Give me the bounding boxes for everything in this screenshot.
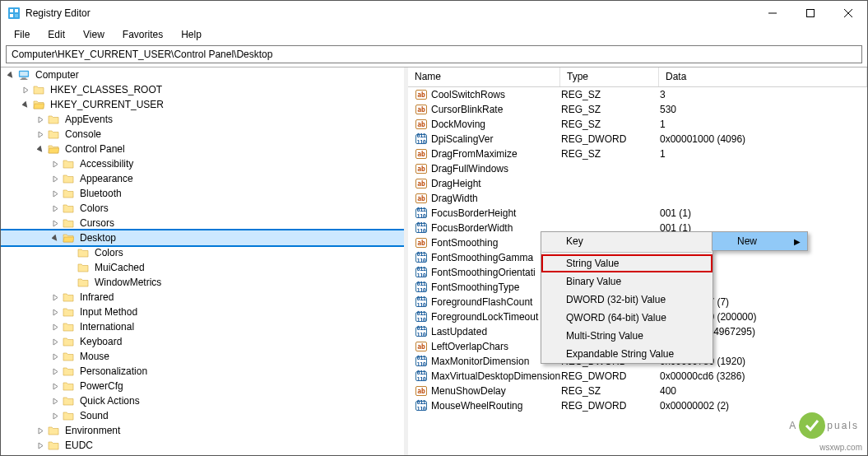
expander-icon[interactable] [19, 83, 32, 96]
expander-icon[interactable] [49, 187, 62, 200]
value-row[interactable]: 011110 MaxVirtualDesktopDimension REG_DW… [408, 369, 867, 384]
col-type[interactable]: Type [560, 67, 659, 86]
value-row[interactable]: ab DragFromMaximize REG_SZ 1 [408, 147, 867, 161]
value-row[interactable]: 011110 DpiScalingVer REG_DWORD 0x0000100… [408, 132, 867, 147]
menu-help[interactable]: Help [173, 27, 210, 42]
tree-item-environment[interactable]: Environment [1, 423, 404, 438]
value-row[interactable]: ab MenuShowDelay REG_SZ 400 [408, 384, 867, 398]
value-row[interactable]: ab DragFullWindows [408, 161, 867, 176]
value-name: MouseWheelRouting [431, 400, 561, 412]
folder-icon [62, 172, 75, 185]
tree-item-desktop[interactable]: Desktop [1, 230, 404, 245]
menu-edit[interactable]: Edit [39, 27, 73, 42]
expander-icon[interactable] [49, 379, 62, 393]
tree-item-control-panel[interactable]: Control Panel [1, 142, 404, 156]
dword-value-icon: 011110 [415, 327, 427, 337]
menu-favorites[interactable]: Favorites [114, 27, 171, 42]
expander-icon[interactable] [63, 276, 77, 289]
expander-icon[interactable] [49, 305, 62, 319]
string-value-icon: ab [415, 164, 427, 174]
menu-view[interactable]: View [75, 27, 113, 42]
value-row[interactable]: 011110 FocusBorderHeight 001 (1) [408, 206, 867, 221]
expander-icon[interactable] [49, 409, 62, 422]
tree-item-windowmetrics[interactable]: WindowMetrics [1, 275, 404, 290]
tree-item-appevents[interactable]: AppEvents [1, 112, 404, 127]
expander-icon[interactable] [49, 172, 62, 185]
value-row[interactable]: ab CoolSwitchRows REG_SZ 3 [408, 87, 867, 102]
expander-icon[interactable] [49, 394, 62, 407]
value-type: REG_SZ [561, 148, 660, 160]
value-type: REG_SZ [561, 385, 660, 397]
minimize-button[interactable] [754, 1, 791, 26]
value-name: DpiScalingVer [431, 133, 561, 145]
string-value-icon: ab [415, 238, 427, 248]
value-row[interactable]: 011110 MouseWheelRouting REG_DWORD 0x000… [408, 398, 867, 413]
tree-item-powercfg[interactable]: PowerCfg [1, 379, 404, 393]
folder-icon [62, 335, 75, 348]
tree-pane[interactable]: Computer HKEY_CLASSES_ROOT HKEY_CURRENT_… [1, 67, 404, 455]
col-data[interactable]: Data [659, 67, 867, 86]
ctx-item-key[interactable]: Key [541, 232, 713, 250]
expander-icon[interactable] [49, 320, 62, 333]
tree-item-muicached[interactable]: MuiCached [1, 260, 404, 275]
ctx-item-expandable-string-value[interactable]: Expandable String Value [541, 345, 713, 363]
tree-item-appearance[interactable]: Appearance [1, 171, 404, 186]
tree-item-mouse[interactable]: Mouse [1, 349, 404, 364]
expander-icon[interactable] [34, 439, 47, 452]
expander-icon[interactable] [34, 113, 47, 126]
tree-item-accessibility[interactable]: Accessibility [1, 156, 404, 171]
tree-item-input-method[interactable]: Input Method [1, 305, 404, 319]
value-data: 3 [660, 89, 867, 100]
expander-icon[interactable] [63, 246, 77, 259]
tree-item-infrared[interactable]: Infrared [1, 290, 404, 305]
value-row[interactable]: ab DragWidth [408, 191, 867, 206]
tree-item-colors[interactable]: Colors [1, 245, 404, 260]
ctx-item-dword-32-bit-value[interactable]: DWORD (32-bit) Value [541, 291, 713, 309]
expander-icon[interactable] [49, 335, 62, 348]
expander-icon[interactable] [49, 157, 62, 170]
ctx-item-binary-value[interactable]: Binary Value [541, 272, 713, 291]
tree-item-international[interactable]: International [1, 319, 404, 334]
tree-item-sound[interactable]: Sound [1, 408, 404, 423]
tree-item-hkey-classes-root[interactable]: HKEY_CLASSES_ROOT [1, 82, 404, 97]
value-name: DragFromMaximize [431, 148, 561, 160]
folder-icon [62, 157, 75, 170]
expander-icon[interactable] [63, 261, 77, 274]
ctx-item-qword-64-bit-value[interactable]: QWORD (64-bit) Value [541, 309, 713, 327]
tree-item-eudc[interactable]: EUDC [1, 438, 404, 453]
ctx-item-string-value[interactable]: String Value [541, 254, 713, 272]
value-row[interactable]: ab CursorBlinkRate REG_SZ 530 [408, 102, 867, 117]
tree-item-label: Mouse [78, 350, 111, 363]
value-row[interactable]: ab DockMoving REG_SZ 1 [408, 117, 867, 132]
tree-item-cursors[interactable]: Cursors [1, 216, 404, 230]
expander-icon[interactable] [4, 68, 17, 81]
expander-icon[interactable] [49, 291, 62, 304]
expander-icon[interactable] [34, 142, 47, 156]
tree-item-personalization[interactable]: Personalization [1, 364, 404, 379]
expander-icon[interactable] [34, 424, 47, 437]
ctx-item-multi-string-value[interactable]: Multi-String Value [541, 327, 713, 345]
tree-item-bluetooth[interactable]: Bluetooth [1, 186, 404, 201]
col-name[interactable]: Name [408, 67, 560, 86]
ctx-item-new[interactable]: New▶ [713, 232, 807, 250]
tree-item-keyboard[interactable]: Keyboard [1, 334, 404, 349]
value-row[interactable]: ab DragHeight [408, 176, 867, 191]
tree-item-quick-actions[interactable]: Quick Actions [1, 393, 404, 408]
expander-icon[interactable] [49, 365, 62, 378]
expander-icon[interactable] [49, 202, 62, 215]
maximize-button[interactable] [791, 1, 829, 26]
expander-icon[interactable] [49, 350, 62, 363]
expander-icon[interactable] [49, 216, 62, 230]
expander-icon[interactable] [19, 98, 32, 111]
tree-item-hkey-current-user[interactable]: HKEY_CURRENT_USER [1, 97, 404, 112]
addressbar[interactable]: Computer\HKEY_CURRENT_USER\Control Panel… [6, 45, 862, 63]
expander-icon[interactable] [34, 128, 47, 141]
expander-icon[interactable] [49, 231, 62, 244]
context-menu-new[interactable]: KeyString ValueBinary ValueDWORD (32-bit… [541, 231, 713, 364]
tree-item-console[interactable]: Console [1, 127, 404, 142]
context-menu-parent[interactable]: New▶ [712, 231, 808, 251]
tree-item-colors[interactable]: Colors [1, 201, 404, 216]
menu-file[interactable]: File [6, 27, 38, 42]
tree-item-computer[interactable]: Computer [1, 67, 404, 82]
close-button[interactable] [829, 1, 867, 26]
